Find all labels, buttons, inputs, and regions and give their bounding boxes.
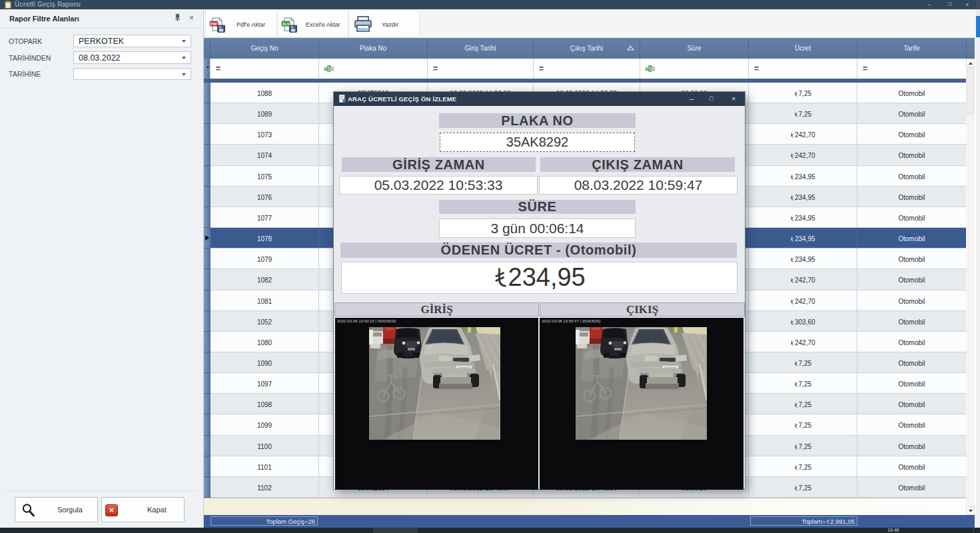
svg-text:a: a <box>645 65 648 72</box>
svg-text:XLS: XLS <box>282 22 290 26</box>
svg-text:c: c <box>652 65 655 72</box>
svg-text:b: b <box>649 65 652 72</box>
svg-text:PDF: PDF <box>211 22 218 26</box>
svg-text:c: c <box>331 65 334 72</box>
svg-text:a: a <box>324 65 327 72</box>
svg-text:b: b <box>328 65 331 72</box>
